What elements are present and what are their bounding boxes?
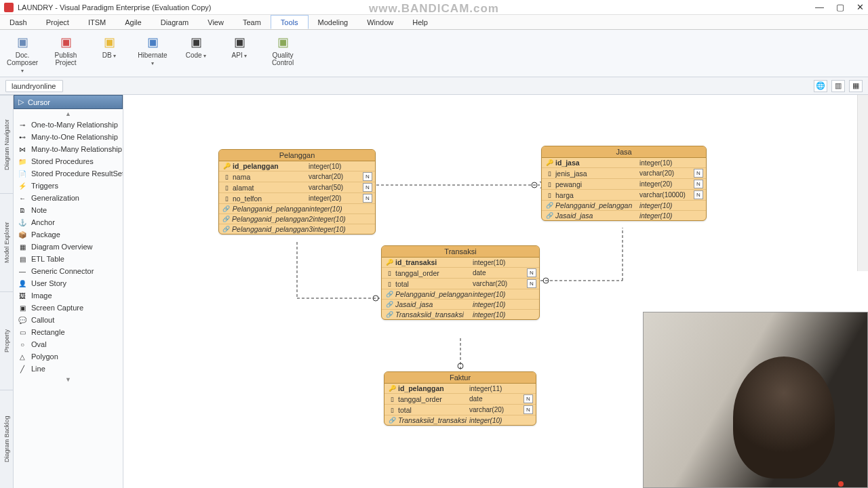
erd-table-faktur[interactable]: Faktur 🔑 id_pelanggan integer(11) ▯ tang… [384,371,536,426]
menu-dash[interactable]: Dash [0,15,37,29]
table-row[interactable]: ▯ jenis_jasa varchar(20) N [542,168,706,179]
palette-oval[interactable]: ○Oval [14,338,123,350]
menu-modeling[interactable]: Modeling [309,15,358,29]
palette-icon: ⊷ [18,133,27,141]
column-type: integer(10) [313,216,363,223]
nullable-flag: N [694,190,703,199]
palette-stored-procedure-resultset[interactable]: 📄Stored Procedure ResultSet [14,167,123,180]
table-row[interactable]: ▯ pewangi integer(20) N [542,179,706,190]
palette-polygon[interactable]: △Polygon [14,350,123,363]
erd-table-pelanggan[interactable]: Pelanggan 🔑 id_pelanggan integer(10) ▯ n… [218,149,376,235]
minimize-button[interactable]: — [815,2,824,12]
table-row[interactable]: 🔗 Pelangganid_pelanggan integer(10) [382,289,539,300]
ribbon-doc-composer[interactable]: ▣Doc. Composer ▾ [5,33,39,74]
menu-agile[interactable]: Agile [115,15,151,29]
palette-generalization[interactable]: ←Generalization [14,192,123,204]
menu-view[interactable]: View [198,15,233,29]
table-row[interactable]: 🔑 id_jasa integer(10) [542,158,706,168]
erd-table-transaksi[interactable]: Transaksi 🔑 id_transaksi integer(10) ▯ t… [381,245,540,320]
palette-diagram-overview[interactable]: ▦Diagram Overview [14,241,123,253]
table-row[interactable]: 🔗 Pelangganid_pelanggan integer(10) [219,204,375,214]
menu-tools[interactable]: Tools [271,15,309,29]
nullable-flag: N [694,180,703,188]
vertical-scrollbar[interactable] [857,95,868,271]
table-row[interactable]: 🔗 Pelangganid_pelanggan2 integer(10) [219,214,375,224]
table-row[interactable]: 🔗 Transaksiid_transaksi integer(10) [382,310,539,319]
palette-many-to-many-relationship[interactable]: ⋈Many-to-Many Relationship [14,143,123,155]
column-icon: 🔑 [387,385,397,392]
table-row[interactable]: ▯ no_telfon integer(20) N [219,193,375,204]
ribbon-publish-project[interactable]: ▣Publish Project [49,33,83,74]
breadcrumb-item[interactable]: laundryonline [5,80,63,92]
palette-callout[interactable]: 💬Callout [14,314,123,326]
palette-etl-table[interactable]: ▤ETL Table [14,253,123,265]
palette-line[interactable]: ╱Line [14,363,123,375]
menu-team[interactable]: Team [233,15,271,29]
table-row[interactable]: 🔗 Pelangganid_pelanggan3 integer(10) [219,224,375,234]
collapse-indicator[interactable]: ▲ [14,109,123,119]
palette-one-to-many-relationship[interactable]: ⊸One-to-Many Relationship [14,119,123,131]
column-icon: ▯ [222,195,231,202]
menubar: DashProjectITSMAgileDiagramViewTeamTools… [0,15,868,30]
palette-triggers[interactable]: ⚡Triggers [14,180,123,192]
toolbar-icon-2[interactable]: ▥ [831,80,845,92]
maximize-button[interactable]: ▢ [836,2,844,12]
vtab-model-explorer[interactable]: Model Explorer [0,193,13,291]
ribbon-api[interactable]: ▣API ▾ [222,33,256,74]
table-row[interactable]: 🔗 Jasaid_jasa integer(10) [382,300,539,310]
table-row[interactable]: 🔗 Transaksiid_transaksi integer(10) [384,415,536,425]
table-row[interactable]: ▯ tanggal_order date N [384,394,536,405]
ribbon-code[interactable]: ▣Code ▾ [179,33,213,74]
close-button[interactable]: ✕ [856,2,864,12]
ribbon-db[interactable]: ▣DB ▾ [92,33,126,74]
column-type: varchar(10000) [639,191,694,199]
column-type: integer(10) [313,226,363,233]
ribbon-quality-control[interactable]: ▣Quality Control [266,33,300,74]
palette-note[interactable]: 🗎Note [14,204,123,216]
palette-package[interactable]: 📦Package [14,228,123,241]
table-row[interactable]: 🔗 Jasaid_jasa integer(10) [542,211,706,220]
palette-generic-connector[interactable]: —Generic Connector [14,265,123,277]
toolbar-icon-3[interactable]: ▦ [849,80,863,92]
palette-rectangle[interactable]: ▭Rectangle [14,326,123,338]
table-row[interactable]: ▯ alamat varchar(50) N [219,182,375,193]
vtab-diagram-navigator[interactable]: Diagram Navigator [0,95,13,193]
menu-project[interactable]: Project [37,15,79,29]
menu-help[interactable]: Help [403,15,437,29]
palette-cursor[interactable]: ▷ Cursor [14,95,123,109]
palette-label: Line [31,365,45,373]
menu-window[interactable]: Window [357,15,403,29]
breadcrumb-bar: laundryonline 🌐 ▥ ▦ [0,77,868,95]
table-row[interactable]: ▯ tanggal_order date N [382,268,539,279]
table-row[interactable]: ▯ total varchar(20) N [384,405,536,415]
palette-stored-procedures[interactable]: 📁Stored Procedures [14,155,123,167]
table-row[interactable]: 🔗 Pelangganid_pelanggan integer(10) [542,201,706,211]
palette-label: Oval [31,340,47,348]
palette-many-to-one-relationship[interactable]: ⊷Many-to-One Relationship [14,131,123,143]
column-icon: ▯ [387,407,397,413]
vtab-property[interactable]: Property [0,291,13,390]
table-row[interactable]: 🔑 id_pelanggan integer(11) [384,384,536,394]
table-row[interactable]: ▯ nama varchar(20) N [219,171,375,182]
palette-label: Note [31,206,47,214]
palette-label: Triggers [31,182,58,190]
palette-image[interactable]: 🖼Image [14,289,123,302]
menu-itsm[interactable]: ITSM [79,15,115,29]
palette-label: ETL Table [31,255,64,263]
vtab-diagram-backlog[interactable]: Diagram Backlog [0,390,13,488]
palette-screen-capture[interactable]: ▣Screen Capture [14,302,123,314]
expand-indicator[interactable]: ▼ [14,375,123,384]
table-row[interactable]: ▯ harga varchar(10000) N [542,190,706,201]
table-row[interactable]: 🔑 id_pelanggan integer(10) [219,161,375,171]
table-row[interactable]: ▯ total varchar(20) N [382,279,539,289]
table-row[interactable]: 🔑 id_transaksi integer(10) [382,258,539,268]
palette-anchor[interactable]: ⚓Anchor [14,216,123,228]
palette-icon: 📦 [18,230,27,239]
ribbon-hibernate[interactable]: ▣Hibernate ▾ [136,33,170,74]
nullable-flag: N [527,279,536,288]
erd-table-jasa[interactable]: Jasa 🔑 id_jasa integer(10) ▯ jenis_jasa … [541,146,707,221]
toolbar-icon-1[interactable]: 🌐 [814,80,827,92]
menu-diagram[interactable]: Diagram [151,15,199,29]
palette-user-story[interactable]: 👤User Story [14,277,123,289]
diagram-canvas[interactable]: Pelanggan 🔑 id_pelanggan integer(10) ▯ n… [123,95,868,488]
